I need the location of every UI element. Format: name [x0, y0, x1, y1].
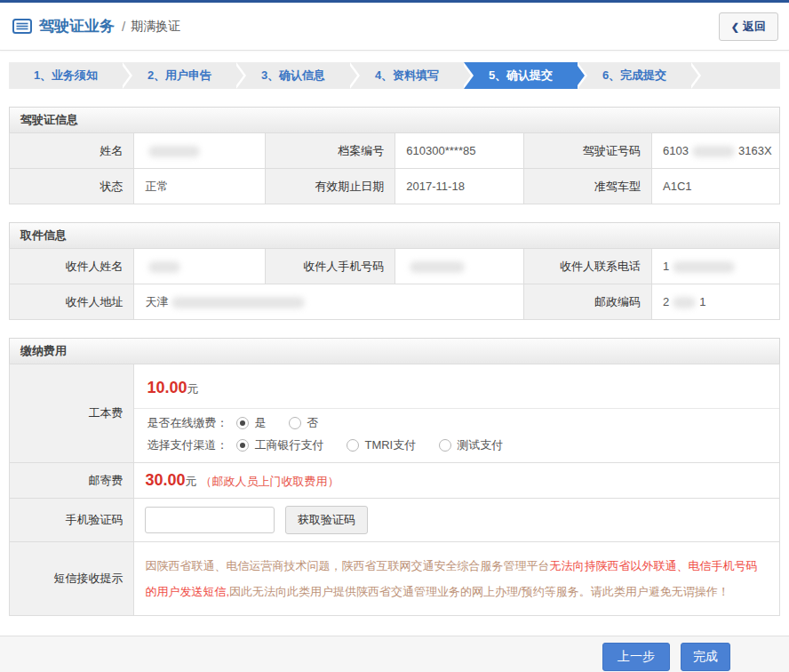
status-value: 正常: [134, 169, 265, 204]
finish-button[interactable]: 完成: [681, 643, 730, 671]
mailing-fee-note: （邮政人员上门收取费用）: [201, 475, 339, 488]
mailing-fee-cell: 30.00元（邮政人员上门收取费用）: [134, 463, 780, 499]
radio-unchecked-icon[interactable]: [289, 417, 301, 429]
recipient-mobile-label: 收件人手机号码: [265, 249, 395, 284]
step-label: 2、用户申告: [147, 68, 211, 82]
step-label: 3、确认信息: [261, 68, 325, 82]
file-number-value: 610300****85: [395, 133, 524, 169]
step-4-fill-data[interactable]: 4、资料填写: [350, 62, 464, 89]
step-1-business-notice[interactable]: 1、业务须知: [9, 62, 123, 89]
online-pay-no-label: 否: [307, 415, 318, 431]
radio-checked-icon[interactable]: [236, 417, 249, 429]
step-3-confirm-info[interactable]: 3、确认信息: [236, 62, 350, 89]
back-button-label: 返回: [743, 20, 766, 33]
production-fee-amount: 10.00: [147, 379, 187, 396]
channel-icbc-option[interactable]: 工商银行支付: [236, 437, 323, 453]
radio-unchecked-icon[interactable]: [439, 439, 451, 452]
expiry-label: 有效期止日期: [265, 169, 395, 204]
mailing-fee-amount: 30.00: [145, 471, 185, 489]
back-button[interactable]: ❮返回: [719, 12, 778, 41]
license-info-section: 驾驶证信息 姓名 档案编号 610300****85 驾驶证号码 6103316…: [9, 107, 780, 204]
page-title: 驾驶证业务: [39, 16, 115, 36]
vehicle-type-value: A1C1: [652, 169, 780, 204]
pay-channel-label: 选择支付渠道：: [147, 437, 227, 453]
payment-section: 缴纳费用 工本费 10.00元 是否在线缴费： 是 否 选择支付渠道： 工商银行…: [9, 338, 780, 616]
license-number-value: 61033163X: [652, 133, 780, 169]
license-info-table: 姓名 档案编号 610300****85 驾驶证号码 61033163X 状态 …: [9, 132, 780, 204]
sms-code-label: 手机验证码: [10, 499, 134, 542]
get-code-button[interactable]: 获取验证码: [285, 506, 368, 534]
expiry-value: 2017-11-18: [395, 169, 524, 204]
previous-step-button[interactable]: 上一步: [602, 643, 670, 671]
pay-channel-option-row: 选择支付渠道： 工商银行支付 TMRI支付 测试支付: [134, 431, 779, 453]
redacted-value: [171, 297, 305, 308]
vehicle-type-label: 准驾车型: [524, 169, 652, 204]
mailing-fee-label: 邮寄费: [10, 463, 134, 499]
step-2-user-declaration[interactable]: 2、用户申告: [123, 62, 236, 89]
online-pay-yes-option[interactable]: 是: [236, 415, 266, 431]
file-number-label: 档案编号: [265, 133, 395, 169]
channel-tmri-label: TMRI支付: [364, 437, 416, 453]
chevron-left-icon: ❮: [731, 21, 739, 32]
name-value: [134, 133, 265, 169]
payment-table: 工本费 10.00元 是否在线缴费： 是 否 选择支付渠道： 工商银行支付 TM…: [9, 364, 780, 616]
step-label: 6、完成提交: [602, 68, 666, 82]
redacted-value: [148, 261, 180, 273]
channel-tmri-option[interactable]: TMRI支付: [347, 437, 416, 453]
sms-notice-cell: 因陕西省联通、电信运营商技术问题，陕西省互联网交通安全综合服务管理平台无法向持陕…: [134, 542, 780, 616]
page-header: 驾驶证业务 / 期满换证 ❮返回: [0, 3, 789, 51]
recipient-name-label: 收件人姓名: [10, 249, 134, 284]
footer-action-bar: 上一步 完成: [0, 636, 789, 672]
online-pay-yes-label: 是: [254, 415, 266, 431]
payment-section-title: 缴纳费用: [9, 338, 780, 364]
step-label: 4、资料填写: [375, 68, 439, 82]
radio-unchecked-icon[interactable]: [347, 439, 359, 452]
table-row: 短信接收提示 因陕西省联通、电信运营商技术问题，陕西省互联网交通安全综合服务管理…: [10, 542, 780, 616]
postcode-suffix: 1: [699, 295, 705, 308]
sms-code-cell: 获取验证码: [134, 499, 780, 542]
status-label: 状态: [10, 169, 134, 204]
redacted-value: [410, 261, 465, 273]
table-row: 姓名 档案编号 610300****85 驾驶证号码 61033163X: [10, 133, 780, 169]
channel-test-label: 测试支付: [457, 437, 503, 453]
name-label: 姓名: [10, 133, 134, 169]
recipient-phone-value: 1: [652, 249, 780, 284]
license-number-prefix: 6103: [663, 144, 689, 157]
recipient-mobile-value: [395, 249, 524, 284]
online-pay-label: 是否在线缴费：: [147, 415, 227, 431]
pickup-info-table: 收件人姓名 收件人手机号码 收件人联系电话 1 收件人地址 天津 邮政编码 21: [9, 248, 780, 320]
channel-test-option[interactable]: 测试支付: [439, 437, 503, 453]
table-row: 状态 正常 有效期止日期 2017-11-18 准驾车型 A1C1: [10, 169, 780, 204]
step-5-confirm-submit[interactable]: 5、确认提交: [464, 62, 578, 89]
recipient-phone-label: 收件人联系电话: [524, 249, 652, 284]
step-progress-bar: 1、业务须知 2、用户申告 3、确认信息 4、资料填写 5、确认提交 6、完成提…: [9, 62, 780, 89]
radio-checked-icon[interactable]: [236, 439, 249, 452]
table-row: 收件人地址 天津 邮政编码 21: [10, 284, 780, 320]
production-fee-label: 工本费: [10, 364, 134, 463]
postcode-prefix: 2: [663, 295, 669, 308]
production-fee-unit: 元: [187, 382, 199, 396]
breadcrumb-separator: /: [122, 19, 125, 34]
recipient-address-value: 天津: [134, 284, 524, 320]
postcode-label: 邮政编码: [524, 284, 652, 320]
online-pay-no-option[interactable]: 否: [289, 415, 318, 431]
license-section-title: 驾驶证信息: [9, 107, 780, 132]
license-list-icon: [12, 19, 32, 34]
step-label: 5、确认提交: [489, 68, 553, 82]
pickup-info-section: 取件信息 收件人姓名 收件人手机号码 收件人联系电话 1 收件人地址 天津 邮政…: [9, 222, 780, 320]
table-row: 手机验证码 获取验证码: [10, 499, 780, 542]
step-label: 1、业务须知: [34, 68, 98, 82]
sms-code-input[interactable]: [145, 507, 275, 533]
table-row: 工本费 10.00元 是否在线缴费： 是 否 选择支付渠道： 工商银行支付 TM…: [10, 364, 780, 463]
postcode-value: 21: [652, 284, 780, 320]
breadcrumb-current: 期满换证: [131, 19, 180, 35]
table-row: 收件人姓名 收件人手机号码 收件人联系电话 1: [10, 249, 780, 284]
table-row: 邮寄费 30.00元（邮政人员上门收取费用）: [10, 463, 780, 499]
recipient-name-value: [134, 249, 265, 284]
redacted-value: [692, 146, 735, 157]
online-pay-option-row: 是否在线缴费： 是 否: [134, 409, 779, 431]
sms-notice-label: 短信接收提示: [10, 542, 134, 616]
pickup-section-title: 取件信息: [9, 222, 780, 248]
step-6-complete-submit[interactable]: 6、完成提交: [578, 62, 691, 89]
recipient-address-label: 收件人地址: [10, 284, 134, 320]
